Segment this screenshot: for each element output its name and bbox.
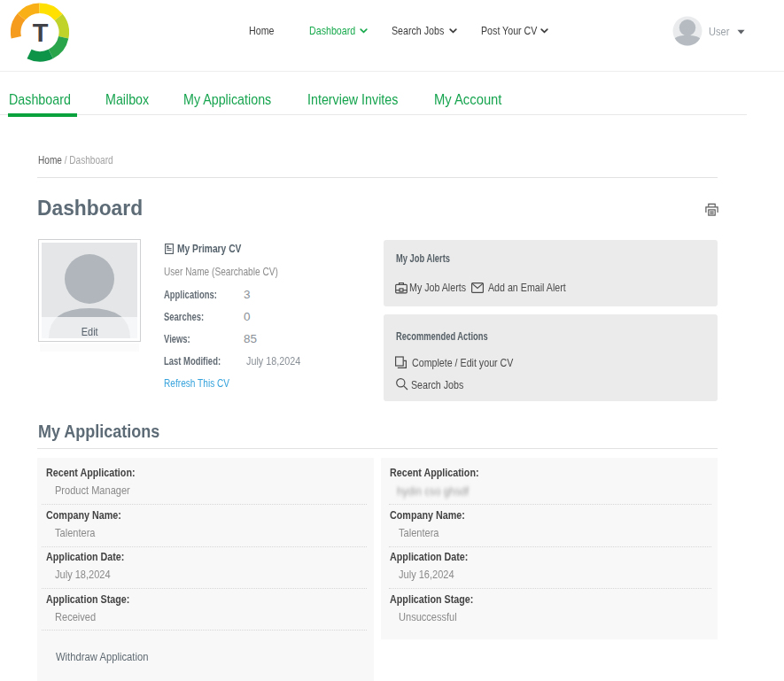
- svg-text:T: T: [33, 19, 49, 47]
